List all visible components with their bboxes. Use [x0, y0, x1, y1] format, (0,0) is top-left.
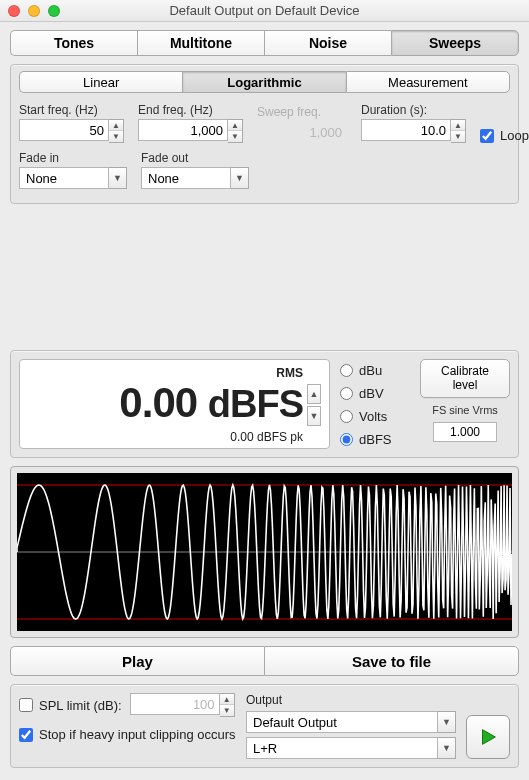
end-freq-stepper[interactable]: ▲▼: [228, 119, 243, 143]
loop-checkbox[interactable]: [480, 129, 494, 143]
unit-dbu[interactable]: dBu: [340, 363, 410, 378]
spl-limit-input[interactable]: [130, 693, 220, 715]
fs-vrms-label: FS sine Vrms: [432, 404, 498, 416]
output-channels-select[interactable]: [246, 737, 438, 759]
output-panel: SPL limit (dB): ▲▼ Stop if heavy input c…: [10, 684, 519, 768]
spl-limit-label: SPL limit (dB):: [39, 698, 122, 713]
play-tab-button[interactable]: Play: [10, 646, 264, 676]
fade-in-select[interactable]: [19, 167, 109, 189]
fs-vrms-input[interactable]: [433, 422, 497, 442]
fade-out-label: Fade out: [141, 151, 249, 165]
spl-limit-checkbox[interactable]: [19, 698, 33, 712]
spl-limit-checkbox-wrap[interactable]: SPL limit (dB):: [19, 698, 122, 713]
start-freq-input[interactable]: [19, 119, 109, 141]
loop-checkbox-wrap[interactable]: Loop: [480, 128, 529, 143]
window-title: Default Output on Default Device: [0, 3, 529, 18]
stop-clipping-checkbox-wrap[interactable]: Stop if heavy input clipping occurs: [19, 727, 236, 742]
waveform-panel: [10, 466, 519, 638]
fade-in-dropdown-icon[interactable]: ▼: [109, 167, 127, 189]
unit-volts[interactable]: Volts: [340, 409, 410, 424]
tab-sweeps[interactable]: Sweeps: [391, 30, 519, 56]
tab-measurement[interactable]: Measurement: [346, 71, 510, 93]
play-icon: [477, 726, 499, 748]
output-device-dropdown-icon[interactable]: ▼: [438, 711, 456, 733]
output-device-select[interactable]: [246, 711, 438, 733]
play-button[interactable]: [466, 715, 510, 759]
output-channels-dropdown-icon[interactable]: ▼: [438, 737, 456, 759]
sweep-freq-input: [257, 121, 347, 143]
rms-label: RMS: [28, 366, 303, 380]
loop-label: Loop: [500, 128, 529, 143]
sweep-type-tabs: Linear Logarithmic Measurement: [19, 71, 510, 93]
titlebar: Default Output on Default Device: [0, 0, 529, 22]
level-panel: RMS 0.00 dBFS 0.00 dBFS pk ▲▼ dBu dBV Vo…: [10, 350, 519, 458]
level-readout: RMS 0.00 dBFS 0.00 dBFS pk ▲▼: [19, 359, 330, 449]
sweep-params-panel: Linear Logarithmic Measurement Start fre…: [10, 64, 519, 204]
level-value: 0.00 dBFS: [28, 380, 303, 426]
unit-dbv[interactable]: dBV: [340, 386, 410, 401]
duration-input[interactable]: [361, 119, 451, 141]
unit-dbfs[interactable]: dBFS: [340, 432, 410, 447]
level-peak: 0.00 dBFS pk: [28, 430, 303, 444]
duration-label: Duration (s):: [361, 103, 466, 117]
tab-noise[interactable]: Noise: [264, 30, 391, 56]
fade-out-select[interactable]: [141, 167, 231, 189]
calibrate-button[interactable]: Calibrate level: [420, 359, 510, 398]
stop-clipping-label: Stop if heavy input clipping occurs: [39, 727, 236, 742]
waveform-display: [17, 473, 512, 631]
tab-multitone[interactable]: Multitone: [137, 30, 264, 56]
stop-clipping-checkbox[interactable]: [19, 728, 33, 742]
sweep-freq-label: Sweep freq.: [257, 105, 347, 119]
level-unit-radios: dBu dBV Volts dBFS: [340, 359, 410, 449]
tab-linear[interactable]: Linear: [19, 71, 182, 93]
fade-out-dropdown-icon[interactable]: ▼: [231, 167, 249, 189]
main-tabs: Tones Multitone Noise Sweeps: [10, 30, 519, 56]
level-stepper[interactable]: ▲▼: [307, 366, 321, 444]
start-freq-label: Start freq. (Hz): [19, 103, 124, 117]
fade-in-label: Fade in: [19, 151, 127, 165]
start-freq-stepper[interactable]: ▲▼: [109, 119, 124, 143]
end-freq-input[interactable]: [138, 119, 228, 141]
spl-limit-stepper[interactable]: ▲▼: [220, 693, 235, 717]
action-buttons: Play Save to file: [10, 646, 519, 676]
tab-logarithmic[interactable]: Logarithmic: [182, 71, 345, 93]
save-to-file-button[interactable]: Save to file: [264, 646, 519, 676]
output-label: Output: [246, 693, 456, 707]
tab-tones[interactable]: Tones: [10, 30, 137, 56]
duration-stepper[interactable]: ▲▼: [451, 119, 466, 143]
end-freq-label: End freq. (Hz): [138, 103, 243, 117]
